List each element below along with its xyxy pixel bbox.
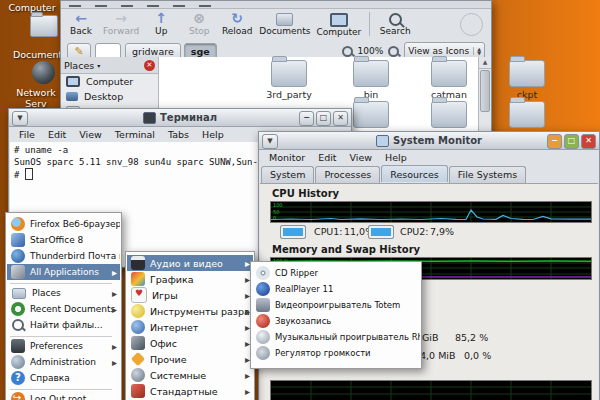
menu-item-icon bbox=[131, 352, 145, 366]
menu-item[interactable]: Офис bbox=[127, 335, 253, 351]
menu-item[interactable]: Log Out root... bbox=[7, 391, 120, 400]
system-monitor-titlebar[interactable]: ▼ System Monitor − □ ✕ bbox=[259, 132, 599, 150]
folder-item[interactable]: bin bbox=[336, 60, 406, 100]
terminal-titlebar[interactable]: ▼ Терминал − □ ✕ bbox=[9, 109, 351, 127]
menu-item[interactable]: StarOffice 8 bbox=[7, 232, 120, 248]
view-mode-stepper-icon: ▲▼ bbox=[473, 47, 481, 55]
menu-item-icon bbox=[256, 266, 270, 280]
toolbar-button[interactable]: Documents bbox=[259, 11, 310, 36]
window-menu-icon[interactable]: ▼ bbox=[262, 134, 278, 149]
menu-item-icon bbox=[131, 320, 145, 334]
menubar-item[interactable]: Monitor bbox=[269, 152, 305, 163]
tab-processes[interactable]: Processes bbox=[315, 166, 380, 183]
places-header[interactable]: Places ▾ ✕ bbox=[61, 57, 158, 74]
cpu1-swatch[interactable] bbox=[280, 225, 306, 239]
close-button[interactable]: ✕ bbox=[581, 134, 596, 149]
folder-item[interactable]: 3rd_party bbox=[254, 60, 324, 100]
toolbar-button[interactable]: Stop bbox=[183, 11, 215, 36]
menu-item[interactable]: Thunderbird Почта и новости bbox=[7, 248, 120, 264]
menu-item-icon bbox=[11, 355, 25, 369]
zoom-in-icon[interactable] bbox=[388, 46, 399, 57]
cpu-history-graph: 100 50 0 bbox=[270, 201, 592, 223]
places-item[interactable]: Computer bbox=[61, 74, 158, 89]
menu-item[interactable]: Игры bbox=[127, 287, 253, 303]
menu-item[interactable]: Places bbox=[7, 285, 120, 301]
menu-item[interactable]: Прочие bbox=[127, 351, 253, 367]
places-item[interactable]: Desktop bbox=[61, 89, 158, 104]
cpu2-swatch[interactable] bbox=[368, 225, 394, 239]
menu-item-label: Музыкальный проигрыватель Rhythmbox bbox=[275, 332, 420, 342]
tab-resources[interactable]: Resources bbox=[381, 165, 448, 182]
menubar-item[interactable]: File bbox=[19, 129, 35, 140]
network-globe-icon[interactable] bbox=[32, 61, 55, 84]
menu-item-label: StarOffice 8 bbox=[30, 235, 83, 245]
menu-item-icon bbox=[131, 336, 145, 350]
menubar-item[interactable]: Edit bbox=[48, 129, 66, 140]
menu-item[interactable]: All Applications bbox=[7, 264, 120, 280]
menu-item[interactable]: Инструменты разработки bbox=[127, 303, 253, 319]
folder-icon bbox=[353, 101, 389, 128]
scroll-up-icon[interactable]: ▲ bbox=[479, 57, 491, 69]
menu-item[interactable]: Звукозапись bbox=[252, 313, 420, 329]
folder-item[interactable]: ckpt bbox=[492, 60, 562, 100]
zoom-out-icon[interactable] bbox=[342, 46, 353, 57]
menu-item-icon bbox=[12, 288, 26, 299]
toolbar-button[interactable]: Computer bbox=[317, 11, 362, 37]
menu-item-label: All Applications bbox=[30, 267, 99, 277]
menu-item-icon bbox=[256, 314, 270, 328]
menubar-item[interactable]: Tabs bbox=[168, 129, 189, 140]
toolbar-button[interactable]: Search bbox=[379, 11, 411, 36]
toolbar-button[interactable]: Reload bbox=[221, 11, 253, 36]
menubar-item[interactable]: View bbox=[350, 152, 373, 163]
places-close-icon[interactable]: ✕ bbox=[144, 60, 155, 71]
menu-item[interactable]: Preferences bbox=[7, 338, 120, 354]
menubar-item[interactable]: Help bbox=[385, 152, 407, 163]
menu-item[interactable]: Интернет bbox=[127, 319, 253, 335]
toolbar-button[interactable]: Back bbox=[65, 11, 97, 36]
menubar-item[interactable]: Terminal bbox=[115, 129, 155, 140]
toolbar-button bbox=[369, 12, 371, 36]
menu-item[interactable]: Аудио и видео bbox=[127, 255, 253, 271]
menu-item[interactable]: Administration bbox=[7, 354, 120, 370]
places-header-label: Places bbox=[64, 60, 94, 71]
minimize-button[interactable]: − bbox=[547, 134, 562, 149]
folder-item[interactable]: catman bbox=[414, 60, 484, 100]
menu-item-icon bbox=[131, 272, 145, 286]
menu-item-icon bbox=[12, 319, 24, 331]
toolbar-button[interactable]: Forward bbox=[103, 11, 139, 36]
menu-item[interactable]: Справка bbox=[7, 370, 120, 386]
menu-item[interactable]: Музыкальный проигрыватель Rhythmbox bbox=[252, 329, 420, 345]
minimize-button[interactable]: − bbox=[299, 111, 314, 126]
menu-item[interactable]: Стандартные bbox=[127, 383, 253, 399]
menu-item[interactable]: Firefox Веб-браузер bbox=[7, 216, 120, 232]
menu-item[interactable]: Recent Documents bbox=[7, 301, 120, 317]
documents-folder-icon[interactable] bbox=[30, 15, 58, 37]
menu-item-icon bbox=[11, 371, 25, 385]
tab-file-systems[interactable]: File Systems bbox=[449, 166, 526, 183]
maximize-button[interactable]: □ bbox=[564, 134, 579, 149]
system-monitor-title: System Monitor bbox=[393, 135, 482, 146]
menu-item-label: Звукозапись bbox=[275, 316, 331, 326]
menu-item[interactable]: Графика bbox=[127, 271, 253, 287]
window-menu-icon[interactable]: ▼ bbox=[12, 111, 28, 126]
menubar-item[interactable]: Edit bbox=[318, 152, 336, 163]
menu-item[interactable]: Найти файлы... bbox=[7, 317, 120, 333]
folder-icon bbox=[271, 60, 307, 87]
toolbar-button[interactable]: Up bbox=[145, 11, 177, 36]
view-mode-value: View as Icons bbox=[408, 46, 469, 56]
scrollbar-thumb[interactable] bbox=[480, 70, 490, 112]
toolbar-button-icon bbox=[330, 13, 348, 27]
menu-item-icon bbox=[131, 304, 145, 318]
menubar-item[interactable]: Help bbox=[202, 129, 224, 140]
menu-item-icon bbox=[11, 265, 25, 279]
maximize-button[interactable]: □ bbox=[316, 111, 331, 126]
menu-item[interactable]: CD Ripper bbox=[252, 265, 420, 281]
menu-item[interactable]: Регулятор громкости bbox=[252, 345, 420, 361]
desktop-icon-network-label[interactable]: Network Serv bbox=[4, 87, 68, 109]
menu-item[interactable]: Видеопроигрыватель Totem bbox=[252, 297, 420, 313]
menubar-item[interactable]: View bbox=[79, 129, 102, 140]
menu-item[interactable]: Системные bbox=[127, 367, 253, 383]
close-button[interactable]: ✕ bbox=[333, 111, 348, 126]
menu-item[interactable]: RealPlayer 11 bbox=[252, 281, 420, 297]
tab-system[interactable]: System bbox=[261, 166, 314, 183]
